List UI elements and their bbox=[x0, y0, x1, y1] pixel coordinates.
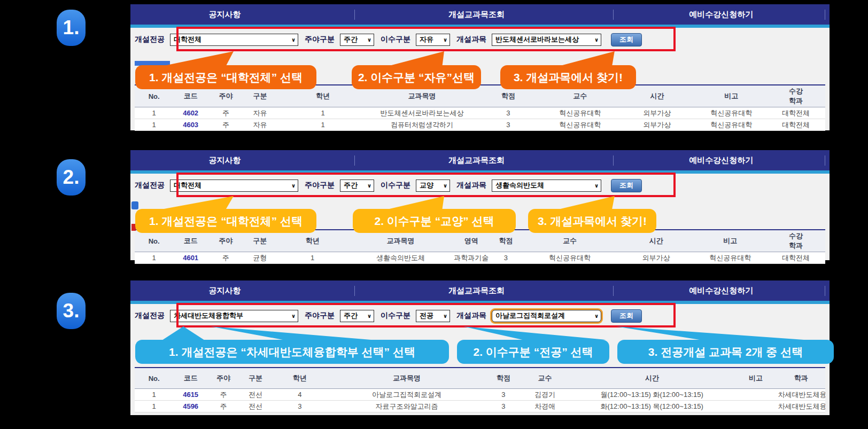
course-select[interactable]: 아날로그집적회로설계 ∨ bbox=[492, 310, 601, 322]
col-time: 시간 bbox=[618, 230, 694, 252]
tab-notices[interactable]: 공지사항 bbox=[209, 4, 241, 25]
callout-arrow bbox=[160, 326, 219, 340]
col-no: No. bbox=[135, 368, 173, 389]
table-row: 1 4601 주 균형 1 생활속의반도체 과학과기술 3 혁신공유대학 외부가… bbox=[135, 252, 825, 264]
callout-step2: 2. 이수구분 “전공” 선택 bbox=[457, 340, 609, 364]
obscured-ui-fragment bbox=[131, 201, 138, 209]
tab-pre-registration[interactable]: 예비수강신청하기 bbox=[689, 4, 753, 25]
step-badge-2: 2. bbox=[57, 159, 86, 196]
major-select[interactable]: 차세대반도체융합학부 ∨ bbox=[170, 310, 298, 322]
tab-separator bbox=[354, 10, 355, 20]
category-select[interactable]: 교양 ∨ bbox=[416, 180, 450, 192]
chevron-down-icon: ∨ bbox=[367, 37, 371, 43]
tab-notices[interactable]: 공지사항 bbox=[209, 280, 241, 301]
callout-arrow bbox=[211, 326, 371, 340]
callout-arrow bbox=[558, 196, 619, 209]
major-select-value: 차세대반도체융합학부 bbox=[174, 311, 243, 321]
category-label: 이수구분 bbox=[381, 35, 410, 44]
tab-bar: 공지사항 개설교과목조회 예비수강신청하기 bbox=[130, 4, 830, 25]
chevron-down-icon: ∨ bbox=[367, 313, 371, 319]
course-results-table: No. 코드 주야 구분 학년 교과목명 학점 교수 시간 비고 수강 학과 1… bbox=[135, 84, 825, 131]
tab-course-search[interactable]: 개설교과목조회 bbox=[448, 4, 505, 25]
course-code-link[interactable]: 4596 bbox=[173, 401, 208, 412]
tab-separator bbox=[613, 286, 614, 296]
daynight-label: 주야구분 bbox=[305, 311, 335, 321]
course-code-link[interactable]: 4603 bbox=[173, 119, 208, 131]
daynight-select-value: 주간 bbox=[344, 181, 358, 190]
col-daynight: 주야 bbox=[208, 230, 244, 252]
col-year: 학년 bbox=[272, 368, 327, 389]
col-department: 수강 학과 bbox=[766, 85, 825, 107]
table-header-row: No. 코드 주야 구분 학년 교과목명 영역 학점 교수 시간 비고 수강 학… bbox=[135, 230, 825, 252]
chevron-down-icon: ∨ bbox=[443, 313, 447, 319]
col-course-name: 교과목명 bbox=[327, 368, 486, 389]
course-search-panel-1: 공지사항 개설교과목조회 예비수강신청하기 개설전공 대학전체 ∨ 주야구분 주… bbox=[130, 4, 830, 130]
major-label: 개설전공 bbox=[135, 35, 165, 44]
callout-step3: 3. 전공개설 교과목 2개 중 선택 bbox=[617, 340, 834, 364]
col-no: No. bbox=[135, 230, 173, 252]
tab-pre-registration[interactable]: 예비수강신청하기 bbox=[689, 280, 753, 301]
major-label: 개설전공 bbox=[135, 181, 165, 190]
tab-separator bbox=[825, 286, 825, 296]
daynight-select[interactable]: 주간 ∨ bbox=[340, 180, 374, 192]
tab-separator bbox=[354, 286, 355, 296]
col-code: 코드 bbox=[173, 368, 208, 389]
callout-arrow bbox=[614, 326, 804, 340]
table-row: 1 4596 주 전선 3 자료구조와알고리즘 3 차경애 화(12:00~13… bbox=[135, 401, 825, 412]
callout-arrow bbox=[162, 51, 237, 66]
callout-step1: 1. 개설전공은 “대학전체” 선택 bbox=[135, 65, 316, 89]
table-header-row: No. 코드 주야 구분 학년 교과목명 학점 교수 시간 비고 학과 bbox=[135, 368, 825, 389]
filter-row: 개설전공 대학전체 ∨ 주야구분 주간 ∨ 이수구분 교양 ∨ 개설과목 생활속… bbox=[135, 178, 642, 192]
col-time: 시간 bbox=[569, 368, 735, 389]
col-note: 비고 bbox=[694, 230, 766, 252]
chevron-down-icon: ∨ bbox=[367, 183, 371, 189]
course-label: 개설과목 bbox=[456, 181, 486, 190]
col-note: 비고 bbox=[696, 85, 766, 107]
major-label: 개설전공 bbox=[135, 311, 165, 321]
tab-notices[interactable]: 공지사항 bbox=[209, 150, 241, 170]
course-select[interactable]: 반도체센서로바라보는세상 ∨ bbox=[492, 34, 601, 46]
major-select-value: 대학전체 bbox=[174, 181, 201, 190]
daynight-select[interactable]: 주간 ∨ bbox=[340, 310, 374, 322]
search-button[interactable]: 조회 bbox=[611, 179, 642, 192]
col-category: 구분 bbox=[239, 368, 272, 389]
category-select[interactable]: 자유 ∨ bbox=[416, 34, 450, 46]
tab-course-search[interactable]: 개설교과목조회 bbox=[448, 280, 505, 301]
major-select[interactable]: 대학전체 ∨ bbox=[170, 34, 298, 46]
tab-course-search[interactable]: 개설교과목조회 bbox=[448, 150, 505, 170]
course-code-link[interactable]: 4602 bbox=[173, 107, 208, 119]
tab-separator bbox=[613, 155, 614, 166]
callout-step2: 2. 이수구분 “교양” 선택 bbox=[353, 209, 516, 233]
search-button[interactable]: 조회 bbox=[611, 309, 642, 323]
search-button[interactable]: 조회 bbox=[611, 33, 642, 46]
col-department: 수강 학과 bbox=[766, 230, 825, 252]
step-badge-3: 3. bbox=[57, 293, 86, 329]
course-select[interactable]: 생활속의반도체 ∨ bbox=[492, 180, 601, 192]
callout-arrow bbox=[462, 326, 606, 340]
callout-arrow bbox=[387, 51, 448, 66]
category-select[interactable]: 전공 ∨ bbox=[416, 310, 450, 322]
tab-pre-registration[interactable]: 예비수강신청하기 bbox=[689, 150, 753, 170]
course-code-link[interactable]: 4601 bbox=[173, 252, 208, 264]
daynight-select-value: 주간 bbox=[344, 311, 358, 321]
tab-separator bbox=[613, 10, 614, 20]
col-code: 코드 bbox=[173, 230, 208, 252]
course-results-table: No. 코드 주야 구분 학년 교과목명 학점 교수 시간 비고 학과 1 46… bbox=[135, 367, 825, 412]
col-daynight: 주야 bbox=[208, 368, 239, 389]
callout-step3: 3. 개설과목에서 찾기! bbox=[528, 209, 656, 233]
callout-step1: 1. 개설전공은 “차세대반도체융합학부 선택” 선택 bbox=[135, 340, 449, 364]
col-note: 비고 bbox=[735, 368, 777, 389]
daynight-select-value: 주간 bbox=[344, 35, 358, 44]
major-select-value: 대학전체 bbox=[174, 35, 201, 44]
course-select-value: 아날로그집적회로설계 bbox=[495, 311, 565, 321]
tab-separator bbox=[354, 155, 355, 166]
col-credits: 학점 bbox=[490, 230, 521, 252]
table-row: 1 4615 주 전선 4 아날로그집적회로설계 3 김경기 월(12:00~1… bbox=[135, 389, 825, 401]
major-select[interactable]: 대학전체 ∨ bbox=[170, 180, 298, 192]
daynight-select[interactable]: 주간 ∨ bbox=[340, 34, 374, 46]
col-credits: 학점 bbox=[486, 368, 521, 389]
step-badge-1: 1. bbox=[57, 10, 86, 46]
course-code-link[interactable]: 4615 bbox=[173, 389, 208, 401]
course-label: 개설과목 bbox=[456, 311, 486, 321]
callout-step1: 1. 개설전공은 “대학전체” 선택 bbox=[135, 209, 316, 233]
